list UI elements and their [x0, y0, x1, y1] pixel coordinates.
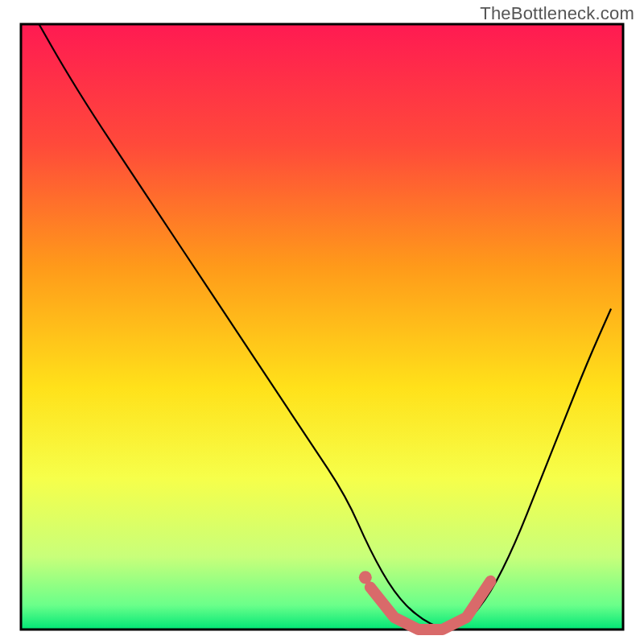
watermark-text: TheBottleneck.com: [480, 3, 634, 24]
bottleneck-chart: [0, 0, 644, 644]
chart-frame: TheBottleneck.com: [0, 0, 644, 644]
plot-background: [21, 24, 623, 630]
optimal-range-start-dot: [359, 571, 372, 584]
